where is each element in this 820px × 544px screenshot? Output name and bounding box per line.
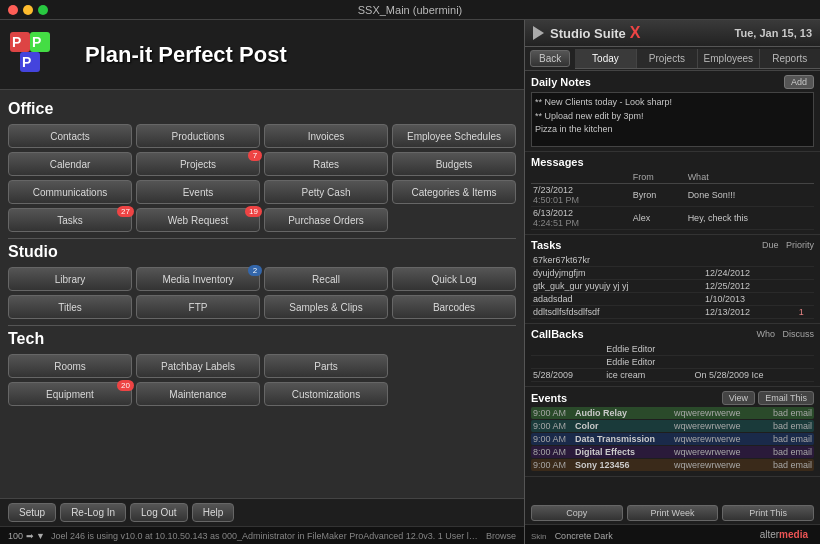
tech-btn-equipment[interactable]: Equipment20 [8,382,132,406]
status-info: Joel 246 is using v10.0 at 10.10.50.143 … [51,531,480,541]
events-title: Events [531,392,567,404]
copy-button[interactable]: Copy [531,505,623,521]
callback-row[interactable]: Eddie Editor [531,343,814,356]
office-btn-rates[interactable]: Rates [264,152,388,176]
logout-button[interactable]: Log Out [130,503,188,522]
print-week-button[interactable]: Print Week [627,505,719,521]
office-btn-employee-schedules[interactable]: Employee Schedules [392,124,516,148]
tab-employees[interactable]: Employees [698,49,759,68]
office-btn-purchase-orders[interactable]: Purchase Orders [264,208,388,232]
minimize-button[interactable] [23,5,33,15]
studio-btn-media-inventory[interactable]: Media Inventory2 [136,267,260,291]
browse-mode: Browse [486,531,516,541]
right-panel: Studio Suite X Tue, Jan 15, 13 Back Toda… [525,20,820,544]
daily-notes-section: Daily Notes Add ** New Clients today - L… [525,71,820,152]
play-icon [533,26,544,40]
right-content: Daily Notes Add ** New Clients today - L… [525,71,820,502]
tab-projects[interactable]: Projects [637,49,698,68]
tab-reports[interactable]: Reports [760,49,820,68]
nav-row: Back Today Projects Employees Reports [525,47,820,71]
office-section-title: Office [8,100,516,118]
studio-suite-header: Studio Suite X Tue, Jan 15, 13 [525,20,820,47]
daily-notes-title: Daily Notes Add [531,75,814,89]
callbacks-title: CallBacks Who Discuss [531,328,814,340]
tech-btn-parts[interactable]: Parts [264,354,388,378]
callback-row[interactable]: 5/28/2009ice creamOn 5/28/2009 Ice [531,369,814,382]
studio-btn-barcodes[interactable]: Barcodes [392,295,516,319]
studio-btn-samples-&-clips[interactable]: Samples & Clips [264,295,388,319]
maximize-button[interactable] [38,5,48,15]
studio-btn-recall[interactable]: Recall [264,267,388,291]
tasks-title: Tasks Due Priority [531,239,814,251]
message-row[interactable]: 7/23/20124:50:01 PMByronDone Son!!! [531,184,814,207]
studio-section-title: Studio [8,243,516,261]
studio-btn-ftp[interactable]: FTP [136,295,260,319]
messages-title: Messages [531,156,814,168]
back-button[interactable]: Back [530,50,570,67]
studio-button-grid: LibraryMedia Inventory2RecallQuick LogTi… [8,267,516,319]
office-btn-productions[interactable]: Productions [136,124,260,148]
task-row[interactable]: adadsdad1/10/2013 [531,293,814,306]
office-btn-budgets[interactable]: Budgets [392,152,516,176]
relog-button[interactable]: Re-Log In [60,503,126,522]
tech-btn-rooms[interactable]: Rooms [8,354,132,378]
daily-notes-content: ** New Clients today - Look sharp!** Upl… [531,92,814,147]
office-btn-petty-cash[interactable]: Petty Cash [264,180,388,204]
office-btn-calendar[interactable]: Calendar [8,152,132,176]
footer-branding: Skin Concrete Dark alter media [525,524,820,544]
events-header: Events View Email This [531,391,814,405]
office-btn-events[interactable]: Events [136,180,260,204]
tech-btn-patchbay-labels[interactable]: Patchbay Labels [136,354,260,378]
office-btn-invoices[interactable]: Invoices [264,124,388,148]
msg-col-from: From [631,171,686,184]
bottom-toolbar: Setup Re-Log In Log Out Help [0,498,524,526]
messages-table: From What 7/23/20124:50:01 PMByronDone S… [531,171,814,230]
event-row[interactable]: 8:00 AMDigital Effectswqwerewrwerwebad e… [531,446,814,458]
office-btn-web-request[interactable]: Web Request19 [136,208,260,232]
studio-suite-title: Studio Suite [550,26,626,41]
event-row[interactable]: 9:00 AMColorwqwerewrwerwebad email [531,420,814,432]
alter-text: alter [760,529,779,540]
office-btn-tasks[interactable]: Tasks27 [8,208,132,232]
tech-button-grid: RoomsPatchbay LabelsPartsEquipment20Main… [8,354,516,406]
add-daily-note-button[interactable]: Add [784,75,814,89]
close-button[interactable] [8,5,18,15]
callback-row[interactable]: Eddie Editor [531,356,814,369]
events-view-button[interactable]: View [722,391,755,405]
callbacks-table: Eddie EditorEddie Editor5/28/2009ice cre… [531,343,814,382]
titlebar: SSX_Main (ubermini) [0,0,820,20]
help-button[interactable]: Help [192,503,235,522]
tab-today[interactable]: Today [575,49,636,68]
events-email-button[interactable]: Email This [758,391,814,405]
tech-btn-customizations[interactable]: Customizations [264,382,388,406]
task-row[interactable]: ddltsdlfsfdsdlfsdf12/13/20121 [531,306,814,319]
events-list: 9:00 AMAudio Relaywqwerewrwerwebad email… [531,407,814,471]
event-row[interactable]: 9:00 AMData Transmissionwqwerewrwerwebad… [531,433,814,445]
setup-button[interactable]: Setup [8,503,56,522]
events-section: Events View Email This 9:00 AMAudio Rela… [525,387,820,477]
task-row[interactable]: 67ker67kt67kr [531,254,814,267]
studio-btn-titles[interactable]: Titles [8,295,132,319]
studio-btn-quick-log[interactable]: Quick Log [392,267,516,291]
office-btn-projects[interactable]: Projects7 [136,152,260,176]
skin-value: Concrete Dark [555,531,613,541]
task-row[interactable]: gtk_guk_gur yuyujy yj yj12/25/2012 [531,280,814,293]
print-this-button[interactable]: Print This [722,505,814,521]
task-row[interactable]: dyujdyjmgfjm12/24/2012 [531,267,814,280]
office-btn-communications[interactable]: Communications [8,180,132,204]
window-title: SSX_Main (ubermini) [358,4,463,16]
message-row[interactable]: 6/13/20124:24:51 PMAlexHey, check this [531,207,814,230]
app-title: Plan-it Perfect Post [85,42,287,68]
skin-label: Skin [531,532,547,541]
svg-text:P: P [12,34,21,50]
studio-btn-library[interactable]: Library [8,267,132,291]
event-row[interactable]: 9:00 AMSony 123456wqwerewrwerwebad email [531,459,814,471]
office-btn-contacts[interactable]: Contacts [8,124,132,148]
office-btn-categories-and-items[interactable]: Categories & Items [392,180,516,204]
left-panel: P P P Plan-it Perfect Post Office Contac… [0,20,525,544]
tech-btn-maintenance[interactable]: Maintenance [136,382,260,406]
divider-1 [8,238,516,239]
event-row[interactable]: 9:00 AMAudio Relaywqwerewrwerwebad email [531,407,814,419]
tasks-table: 67ker67kt67krdyujdyjmgfjm12/24/2012gtk_g… [531,254,814,319]
app-logo: P P P [10,27,70,82]
